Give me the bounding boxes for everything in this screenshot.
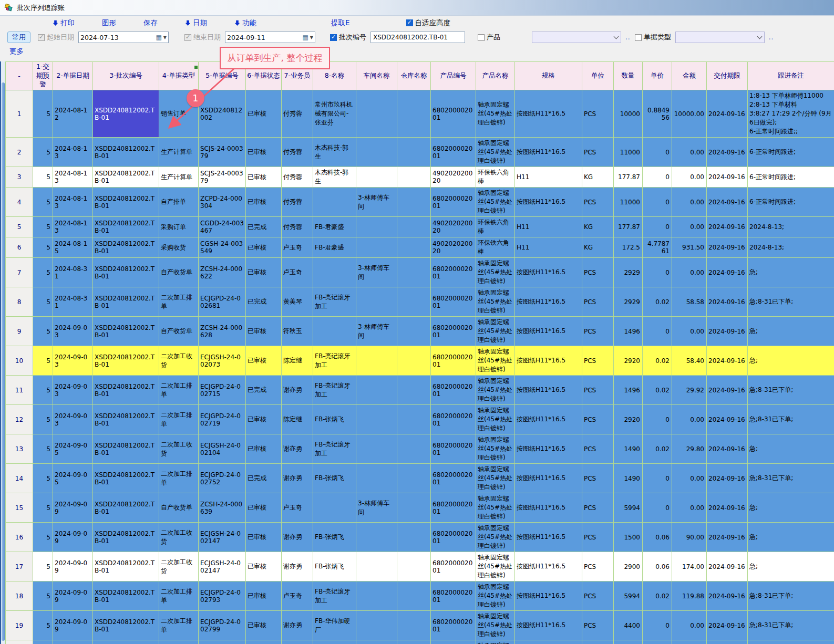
- table-cell[interactable]: FB-亮记滚牙加工: [313, 376, 356, 405]
- table-cell[interactable]: [397, 464, 431, 493]
- table-cell[interactable]: [397, 434, 431, 464]
- table-cell[interactable]: 二次加工排单: [159, 464, 199, 493]
- scrollbar-thumb[interactable]: [2, 82, 5, 641]
- table-cell[interactable]: 2024-09-03: [53, 346, 93, 376]
- column-header[interactable]: 产品名称: [476, 62, 515, 90]
- table-cell[interactable]: 生产计算单: [159, 167, 199, 188]
- table-cell[interactable]: 3-林师傅车间: [356, 188, 397, 217]
- table-cell[interactable]: 0.06: [643, 552, 672, 581]
- table-row[interactable]: 1152024-09-03XSDD240812002.TB-01二次加工排单EC…: [6, 376, 834, 405]
- table-cell[interactable]: 172.5: [614, 237, 643, 258]
- table-cell[interactable]: 2024-08-13: [53, 188, 93, 217]
- start-date-input[interactable]: 2024-07-13 ▦ ▼: [78, 32, 169, 43]
- table-row[interactable]: 752024-08-31XSDD240812002.TB-01自产收货单ZCSH…: [6, 258, 834, 287]
- table-cell[interactable]: 2024-09-03: [53, 405, 93, 434]
- table-cell[interactable]: 陈定继: [282, 346, 313, 376]
- table-cell[interactable]: 931.50: [672, 237, 707, 258]
- table-cell[interactable]: PCS: [582, 90, 614, 138]
- table-cell[interactable]: [397, 581, 431, 611]
- table-cell[interactable]: [313, 188, 356, 217]
- table-cell[interactable]: 10000: [614, 90, 643, 138]
- table-cell[interactable]: XSDD240812002.TB-01: [93, 188, 159, 217]
- table-cell[interactable]: 0.00: [672, 464, 707, 493]
- table-cell[interactable]: 6-正常时间跟进;: [748, 167, 834, 188]
- table-row[interactable]: 1752024-09-09XSDD240812002.TB-01二次加工收货EC…: [6, 552, 834, 581]
- autofit-checkbox[interactable]: [406, 19, 413, 26]
- table-cell[interactable]: 已审核: [246, 138, 282, 167]
- table-cell[interactable]: 2024-08-31: [53, 287, 93, 317]
- table-cell[interactable]: 2024-09-16: [707, 346, 748, 376]
- table-cell[interactable]: 付秀蓉: [282, 188, 313, 217]
- table-cell[interactable]: [397, 552, 431, 581]
- table-cell[interactable]: PCS: [582, 434, 614, 464]
- column-header[interactable]: 数量: [614, 62, 643, 90]
- table-cell[interactable]: 29.92: [672, 376, 707, 405]
- doc-type-toggle[interactable]: 单据类型: [635, 33, 671, 42]
- table-cell[interactable]: 2024-09-09: [53, 611, 93, 640]
- table-cell[interactable]: 0: [643, 317, 672, 346]
- table-cell[interactable]: 已完成: [246, 287, 282, 317]
- table-cell[interactable]: 轴承固定螺丝(45#热处理白镀锌): [476, 346, 515, 376]
- table-cell[interactable]: 轴承固定螺丝(45#热处理白镀锌): [476, 523, 515, 552]
- batch-no-input[interactable]: XSDD240812002.TB-01: [370, 32, 465, 43]
- table-cell[interactable]: PCS: [582, 346, 614, 376]
- table-cell[interactable]: 2024-09-16: [707, 552, 748, 581]
- table-cell[interactable]: 5: [33, 138, 53, 167]
- table-cell[interactable]: 2024-09-16: [707, 493, 748, 523]
- table-cell[interactable]: 58.40: [672, 346, 707, 376]
- row-number-cell[interactable]: 9: [6, 317, 33, 346]
- table-row[interactable]: 2052024-09-11XSDD240812002.TB-01二次加工收货EC…: [6, 640, 834, 644]
- table-cell[interactable]: 2024-09-16: [707, 611, 748, 640]
- table-cell[interactable]: 按图纸H11*16.5: [515, 464, 582, 493]
- table-cell[interactable]: XSDD240812002.TB-01: [93, 552, 159, 581]
- table-cell[interactable]: 177.87: [614, 167, 643, 188]
- table-cell[interactable]: 680200002001: [431, 581, 476, 611]
- table-cell[interactable]: 680200002001: [431, 611, 476, 640]
- table-cell[interactable]: 1496: [614, 317, 643, 346]
- table-cell[interactable]: 已审核: [246, 640, 282, 644]
- row-number-cell[interactable]: 5: [6, 217, 33, 237]
- table-cell[interactable]: 4.778761: [643, 237, 672, 258]
- table-cell[interactable]: ECJGPD-24-002719: [199, 405, 246, 434]
- table-cell[interactable]: [397, 346, 431, 376]
- table-cell[interactable]: 付秀蓉: [282, 90, 313, 138]
- doc-type-checkbox[interactable]: [635, 34, 642, 41]
- table-cell[interactable]: 3-林师傅车间: [356, 258, 397, 287]
- table-cell[interactable]: PCS: [582, 581, 614, 611]
- row-number-cell[interactable]: 18: [6, 581, 33, 611]
- table-cell[interactable]: 轴承固定螺丝(45#热处理白镀锌): [476, 552, 515, 581]
- product-more-dots[interactable]: ..: [625, 34, 631, 41]
- table-cell[interactable]: [397, 188, 431, 217]
- row-number-cell[interactable]: 8: [6, 287, 33, 317]
- table-cell[interactable]: PCS: [582, 552, 614, 581]
- table-cell[interactable]: 2024-08-15: [53, 237, 93, 258]
- table-cell[interactable]: 2024-8-13;: [748, 217, 834, 237]
- table-cell[interactable]: 11000: [614, 138, 643, 167]
- table-cell[interactable]: 陈定继: [282, 405, 313, 434]
- table-cell[interactable]: ECJGPD-24-002752: [199, 464, 246, 493]
- table-cell[interactable]: 680200002001: [431, 376, 476, 405]
- table-row[interactable]: 1252024-09-03XSDD240812002.TB-01二次加工排单EC…: [6, 405, 834, 434]
- table-cell[interactable]: 轴承固定螺丝(45#热处理白镀锌): [476, 317, 515, 346]
- table-cell[interactable]: 急;: [748, 317, 834, 346]
- table-cell[interactable]: CGSH-24-003549: [199, 237, 246, 258]
- table-cell[interactable]: 2920: [614, 405, 643, 434]
- table-cell[interactable]: 二次加工收货: [159, 346, 199, 376]
- table-cell[interactable]: 2024-09-16: [707, 138, 748, 167]
- row-number-cell[interactable]: 19: [6, 611, 33, 640]
- table-cell[interactable]: XSDD240812002.TB-01: [93, 434, 159, 464]
- left-scroll-rail[interactable]: [0, 61, 5, 644]
- table-cell[interactable]: XSDD240812002.TB-01: [93, 287, 159, 317]
- batch-no-toggle[interactable]: 批次编号: [330, 33, 366, 42]
- table-cell[interactable]: 5: [33, 552, 53, 581]
- table-cell[interactable]: 2024-08-12: [53, 90, 93, 138]
- end-date-checkbox[interactable]: [184, 34, 191, 41]
- table-cell[interactable]: 二次加工收货: [159, 640, 199, 644]
- row-number-cell[interactable]: 3: [6, 167, 33, 188]
- table-cell[interactable]: [397, 405, 431, 434]
- start-date-checkbox[interactable]: [38, 34, 45, 41]
- table-cell[interactable]: 谢亦勇: [282, 376, 313, 405]
- table-cell[interactable]: [356, 90, 397, 138]
- table-cell[interactable]: [356, 611, 397, 640]
- table-cell[interactable]: SCJS-24-000379: [199, 138, 246, 167]
